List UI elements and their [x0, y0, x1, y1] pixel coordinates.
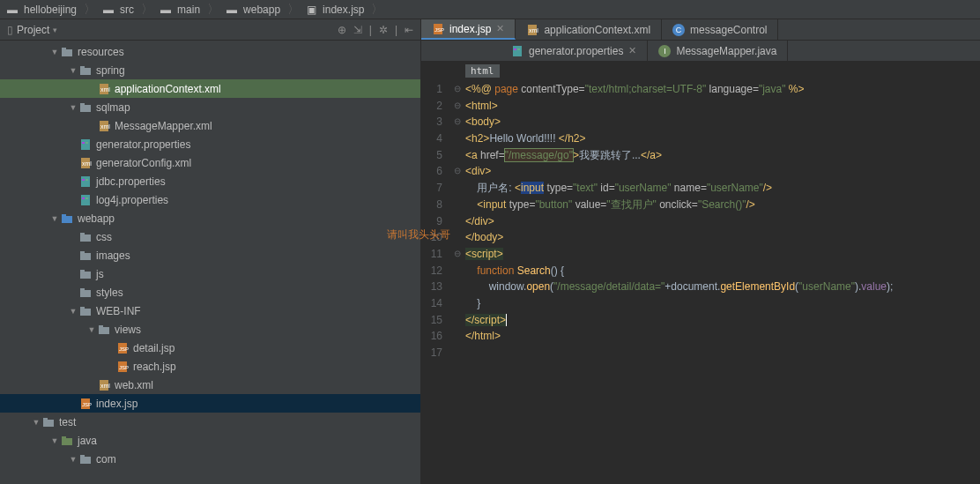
close-icon[interactable]: ✕	[496, 23, 504, 34]
tree-item[interactable]: java	[0, 431, 420, 450]
fold-marker[interactable]: ⊖	[449, 81, 465, 98]
tree-item[interactable]: xmlMessageMapper.xml	[0, 116, 420, 135]
tree-item[interactable]: images	[0, 246, 420, 264]
editor-tab[interactable]: xmlapplicationContext.xml	[516, 19, 662, 40]
code-line[interactable]: </div>	[465, 213, 980, 230]
tree-item[interactable]: resources	[0, 42, 420, 61]
tree-item[interactable]: log4j.properties	[0, 190, 420, 209]
collapse-icon[interactable]: ⇲	[353, 24, 362, 36]
fold-marker[interactable]: ⊖	[449, 246, 465, 263]
fold-marker[interactable]	[449, 345, 465, 361]
tree-item[interactable]: xmlapplicationContext.xml	[0, 79, 420, 98]
line-number[interactable]: 13	[421, 279, 442, 295]
code-content[interactable]: <%@ page contentType="text/html;charset=…	[465, 79, 980, 484]
editor-tab[interactable]: IMessageMapper.java	[648, 41, 788, 61]
tree-item[interactable]: JSPreach.jsp	[0, 357, 420, 376]
line-number[interactable]: 12	[421, 263, 442, 279]
fold-marker[interactable]	[449, 130, 465, 147]
tree-item[interactable]: xmlweb.xml	[0, 376, 420, 394]
gear-icon[interactable]: ✲	[379, 24, 388, 36]
fold-marker[interactable]: ⊖	[449, 98, 465, 115]
tree-item[interactable]: jdbc.properties	[0, 172, 420, 190]
code-line[interactable]: <div>	[465, 163, 980, 180]
bc-item[interactable]: ▣index.jsp	[303, 4, 368, 16]
tree-item[interactable]: generator.properties	[0, 135, 420, 153]
code-line[interactable]: function Search() {	[465, 263, 980, 279]
tree-item[interactable]: views	[0, 320, 420, 339]
code-line[interactable]: </body>	[465, 229, 980, 246]
fold-marker[interactable]	[449, 229, 465, 246]
line-number[interactable]: 16	[421, 328, 442, 345]
code-line[interactable]: window.open("/message/detail/data="+docu…	[465, 279, 980, 295]
code-line[interactable]: }	[465, 295, 980, 312]
tree-item[interactable]: sqlmap	[0, 98, 420, 116]
expand-arrow-icon[interactable]	[68, 307, 78, 316]
line-number[interactable]: 14	[421, 295, 442, 312]
code-line[interactable]: <script>	[465, 246, 980, 263]
line-number[interactable]: 7	[421, 180, 442, 197]
editor-tab[interactable]: CmessageControl	[662, 19, 778, 40]
tree-item[interactable]: webapp	[0, 209, 420, 227]
line-number[interactable]: 11	[421, 246, 442, 263]
code-line[interactable]: <a href="/message/go">我要跳转了...</a>	[465, 147, 980, 164]
code-line[interactable]: <h2>Hello World!!!! </h2>	[465, 130, 980, 147]
fold-marker[interactable]	[449, 312, 465, 329]
code-line[interactable]: <input type="button" value="查找用户" onclic…	[465, 197, 980, 213]
tree-item[interactable]: js	[0, 264, 420, 283]
tree-item[interactable]: spring	[0, 61, 420, 79]
fold-marker[interactable]	[449, 213, 465, 230]
fold-marker[interactable]	[449, 197, 465, 213]
tree-item[interactable]: test	[0, 413, 420, 431]
line-number[interactable]: 8	[421, 197, 442, 213]
html-tag-nav[interactable]: html	[465, 64, 500, 78]
code-line[interactable]: <html>	[465, 98, 980, 115]
line-number[interactable]: 4	[421, 130, 442, 147]
bc-item[interactable]: ▬hellobeijing	[4, 4, 80, 16]
tree-item[interactable]: JSPdetail.jsp	[0, 339, 420, 357]
expand-arrow-icon[interactable]	[86, 325, 97, 334]
tree-item[interactable]: css	[0, 227, 420, 246]
line-number[interactable]: 6	[421, 163, 442, 180]
editor-tab[interactable]: generator.properties✕	[501, 41, 648, 61]
code-line[interactable]: </html>	[465, 328, 980, 345]
code-line[interactable]: <body>	[465, 114, 980, 130]
bc-item[interactable]: ▬main	[157, 4, 204, 16]
tree-item[interactable]: WEB-INF	[0, 302, 420, 320]
line-number[interactable]: 3	[421, 114, 442, 130]
project-tree[interactable]: resourcesspringxmlapplicationContext.xml…	[0, 41, 420, 484]
fold-marker[interactable]: ⊖	[449, 114, 465, 130]
code-line[interactable]: 用户名: <input type="text" id="userName" na…	[465, 180, 980, 197]
close-icon[interactable]: ✕	[628, 45, 636, 56]
fold-marker[interactable]	[449, 263, 465, 279]
locate-icon[interactable]: ⊕	[338, 24, 346, 36]
expand-arrow-icon[interactable]	[31, 418, 41, 427]
expand-arrow-icon[interactable]	[68, 66, 78, 75]
line-number[interactable]: 2	[421, 98, 442, 115]
expand-arrow-icon[interactable]	[49, 214, 60, 223]
bc-item[interactable]: ▬src	[100, 4, 137, 16]
expand-arrow-icon[interactable]	[49, 436, 60, 445]
tree-item[interactable]: JSPindex.jsp	[0, 394, 420, 413]
line-gutter[interactable]: 1234567891011121314151617	[421, 79, 449, 484]
code-line[interactable]: <%@ page contentType="text/html;charset=…	[465, 81, 980, 98]
line-number[interactable]: 1	[421, 81, 442, 98]
bc-item[interactable]: ▬webapp	[223, 4, 284, 16]
expand-arrow-icon[interactable]	[49, 48, 60, 56]
fold-marker[interactable]	[449, 295, 465, 312]
editor-tab[interactable]: JSPindex.jsp✕	[421, 19, 516, 40]
line-number[interactable]: 15	[421, 312, 442, 329]
fold-column[interactable]: ⊖⊖⊖⊖⊖	[449, 79, 465, 484]
expand-arrow-icon[interactable]	[68, 103, 78, 112]
tree-item[interactable]: xmlgeneratorConfig.xml	[0, 153, 420, 172]
code-line[interactable]: </script>	[465, 312, 980, 329]
fold-marker[interactable]	[449, 279, 465, 295]
dropdown-icon[interactable]: ▾	[53, 26, 57, 34]
line-number[interactable]: 17	[421, 345, 442, 361]
line-number[interactable]: 5	[421, 147, 442, 164]
hide-icon[interactable]: ⇤	[405, 24, 413, 36]
fold-marker[interactable]: ⊖	[449, 163, 465, 180]
fold-marker[interactable]	[449, 180, 465, 197]
code-line[interactable]	[465, 345, 980, 361]
tree-item[interactable]: styles	[0, 283, 420, 302]
expand-arrow-icon[interactable]	[68, 455, 78, 464]
